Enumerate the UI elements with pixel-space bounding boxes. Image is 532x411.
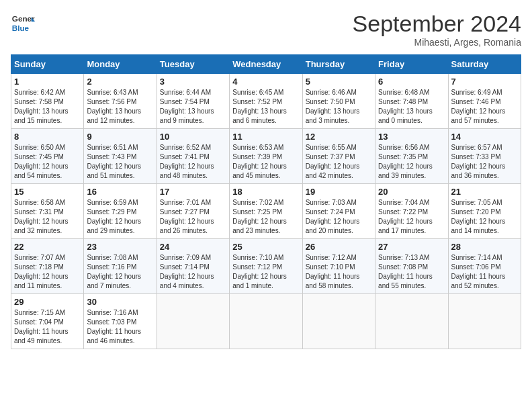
calendar-cell <box>448 294 521 349</box>
day-number: 8 <box>14 132 81 142</box>
day-number: 17 <box>160 187 226 197</box>
calendar-cell: 22Sunrise: 7:07 AM Sunset: 7:18 PM Dayli… <box>11 239 84 294</box>
calendar-cell: 20Sunrise: 7:04 AM Sunset: 7:22 PM Dayli… <box>375 184 448 239</box>
calendar-cell: 25Sunrise: 7:10 AM Sunset: 7:12 PM Dayli… <box>230 239 302 294</box>
day-info: Sunrise: 7:10 AM Sunset: 7:12 PM Dayligh… <box>232 253 299 291</box>
calendar-cell: 12Sunrise: 6:55 AM Sunset: 7:37 PM Dayli… <box>302 129 375 184</box>
day-info: Sunrise: 7:09 AM Sunset: 7:14 PM Dayligh… <box>160 253 226 291</box>
title-block: September 2024 Mihaesti, Arges, Romania <box>353 11 521 48</box>
calendar-cell: 16Sunrise: 6:59 AM Sunset: 7:29 PM Dayli… <box>84 184 157 239</box>
day-number: 18 <box>232 187 299 197</box>
day-number: 3 <box>160 77 226 87</box>
location: Mihaesti, Arges, Romania <box>353 37 521 48</box>
day-number: 12 <box>306 132 372 142</box>
svg-text:Blue: Blue <box>12 24 30 32</box>
day-info: Sunrise: 6:58 AM Sunset: 7:31 PM Dayligh… <box>14 198 81 236</box>
day-info: Sunrise: 6:53 AM Sunset: 7:39 PM Dayligh… <box>232 143 299 181</box>
day-info: Sunrise: 6:52 AM Sunset: 7:41 PM Dayligh… <box>160 143 226 181</box>
day-info: Sunrise: 7:13 AM Sunset: 7:08 PM Dayligh… <box>378 253 445 291</box>
calendar-cell: 30Sunrise: 7:16 AM Sunset: 7:03 PM Dayli… <box>84 294 157 349</box>
day-number: 13 <box>378 132 445 142</box>
day-number: 27 <box>378 242 445 252</box>
calendar-cell: 27Sunrise: 7:13 AM Sunset: 7:08 PM Dayli… <box>375 239 448 294</box>
calendar-cell: 5Sunrise: 6:46 AM Sunset: 7:50 PM Daylig… <box>302 74 375 129</box>
day-number: 4 <box>232 77 299 87</box>
day-number: 29 <box>14 297 81 307</box>
calendar-table: SundayMondayTuesdayWednesdayThursdayFrid… <box>11 54 521 349</box>
calendar-cell <box>375 294 448 349</box>
day-info: Sunrise: 6:42 AM Sunset: 7:58 PM Dayligh… <box>14 88 81 126</box>
day-number: 26 <box>306 242 372 252</box>
logo: General Blue <box>11 11 35 35</box>
calendar-cell: 21Sunrise: 7:05 AM Sunset: 7:20 PM Dayli… <box>448 184 521 239</box>
day-info: Sunrise: 6:57 AM Sunset: 7:33 PM Dayligh… <box>451 143 518 181</box>
day-info: Sunrise: 6:45 AM Sunset: 7:52 PM Dayligh… <box>232 88 299 126</box>
day-number: 30 <box>87 297 153 307</box>
calendar-cell: 1Sunrise: 6:42 AM Sunset: 7:58 PM Daylig… <box>11 74 84 129</box>
calendar-header-sunday: Sunday <box>11 55 84 74</box>
day-info: Sunrise: 7:08 AM Sunset: 7:16 PM Dayligh… <box>87 253 153 291</box>
day-info: Sunrise: 6:44 AM Sunset: 7:54 PM Dayligh… <box>160 88 226 126</box>
calendar-cell: 9Sunrise: 6:51 AM Sunset: 7:43 PM Daylig… <box>84 129 157 184</box>
calendar-cell: 17Sunrise: 7:01 AM Sunset: 7:27 PM Dayli… <box>157 184 229 239</box>
day-info: Sunrise: 7:15 AM Sunset: 7:04 PM Dayligh… <box>14 308 81 346</box>
calendar-header-saturday: Saturday <box>448 55 521 74</box>
day-info: Sunrise: 6:56 AM Sunset: 7:35 PM Dayligh… <box>378 143 445 181</box>
calendar-cell: 23Sunrise: 7:08 AM Sunset: 7:16 PM Dayli… <box>84 239 157 294</box>
day-info: Sunrise: 6:48 AM Sunset: 7:48 PM Dayligh… <box>378 88 445 126</box>
day-number: 9 <box>87 132 153 142</box>
calendar-cell: 8Sunrise: 6:50 AM Sunset: 7:45 PM Daylig… <box>11 129 84 184</box>
day-number: 11 <box>232 132 299 142</box>
calendar-cell: 13Sunrise: 6:56 AM Sunset: 7:35 PM Dayli… <box>375 129 448 184</box>
calendar-header-tuesday: Tuesday <box>157 55 229 74</box>
calendar-cell: 19Sunrise: 7:03 AM Sunset: 7:24 PM Dayli… <box>302 184 375 239</box>
day-number: 2 <box>87 77 153 87</box>
day-number: 7 <box>451 77 518 87</box>
day-number: 21 <box>451 187 518 197</box>
day-number: 5 <box>306 77 372 87</box>
calendar-header-wednesday: Wednesday <box>230 55 302 74</box>
calendar-header-row: SundayMondayTuesdayWednesdayThursdayFrid… <box>11 55 521 74</box>
logo-icon: General Blue <box>11 11 35 35</box>
calendar-cell: 2Sunrise: 6:43 AM Sunset: 7:56 PM Daylig… <box>84 74 157 129</box>
calendar-cell: 15Sunrise: 6:58 AM Sunset: 7:31 PM Dayli… <box>11 184 84 239</box>
calendar-cell: 24Sunrise: 7:09 AM Sunset: 7:14 PM Dayli… <box>157 239 229 294</box>
calendar-cell <box>230 294 302 349</box>
calendar-week-4: 22Sunrise: 7:07 AM Sunset: 7:18 PM Dayli… <box>11 239 521 294</box>
day-info: Sunrise: 6:46 AM Sunset: 7:50 PM Dayligh… <box>306 88 372 126</box>
calendar-header-monday: Monday <box>84 55 157 74</box>
calendar-cell: 3Sunrise: 6:44 AM Sunset: 7:54 PM Daylig… <box>157 74 229 129</box>
day-number: 24 <box>160 242 226 252</box>
day-info: Sunrise: 6:50 AM Sunset: 7:45 PM Dayligh… <box>14 143 81 181</box>
calendar-cell <box>302 294 375 349</box>
day-info: Sunrise: 7:14 AM Sunset: 7:06 PM Dayligh… <box>451 253 518 291</box>
calendar-cell: 14Sunrise: 6:57 AM Sunset: 7:33 PM Dayli… <box>448 129 521 184</box>
day-number: 14 <box>451 132 518 142</box>
day-info: Sunrise: 7:02 AM Sunset: 7:25 PM Dayligh… <box>232 198 299 236</box>
day-info: Sunrise: 6:49 AM Sunset: 7:46 PM Dayligh… <box>451 88 518 126</box>
day-number: 15 <box>14 187 81 197</box>
day-info: Sunrise: 7:01 AM Sunset: 7:27 PM Dayligh… <box>160 198 226 236</box>
day-number: 1 <box>14 77 81 87</box>
calendar-cell: 6Sunrise: 6:48 AM Sunset: 7:48 PM Daylig… <box>375 74 448 129</box>
calendar-cell: 28Sunrise: 7:14 AM Sunset: 7:06 PM Dayli… <box>448 239 521 294</box>
calendar-cell: 26Sunrise: 7:12 AM Sunset: 7:10 PM Dayli… <box>302 239 375 294</box>
calendar-cell: 11Sunrise: 6:53 AM Sunset: 7:39 PM Dayli… <box>230 129 302 184</box>
calendar-cell: 7Sunrise: 6:49 AM Sunset: 7:46 PM Daylig… <box>448 74 521 129</box>
day-info: Sunrise: 7:07 AM Sunset: 7:18 PM Dayligh… <box>14 253 81 291</box>
calendar-week-3: 15Sunrise: 6:58 AM Sunset: 7:31 PM Dayli… <box>11 184 521 239</box>
calendar-header-friday: Friday <box>375 55 448 74</box>
day-number: 16 <box>87 187 153 197</box>
calendar-cell <box>157 294 229 349</box>
calendar-week-2: 8Sunrise: 6:50 AM Sunset: 7:45 PM Daylig… <box>11 129 521 184</box>
day-number: 6 <box>378 77 445 87</box>
day-number: 10 <box>160 132 226 142</box>
day-info: Sunrise: 6:43 AM Sunset: 7:56 PM Dayligh… <box>87 88 153 126</box>
calendar-cell: 18Sunrise: 7:02 AM Sunset: 7:25 PM Dayli… <box>230 184 302 239</box>
day-info: Sunrise: 7:05 AM Sunset: 7:20 PM Dayligh… <box>451 198 518 236</box>
day-info: Sunrise: 7:12 AM Sunset: 7:10 PM Dayligh… <box>306 253 372 291</box>
day-number: 20 <box>378 187 445 197</box>
day-number: 23 <box>87 242 153 252</box>
day-info: Sunrise: 7:03 AM Sunset: 7:24 PM Dayligh… <box>306 198 372 236</box>
day-info: Sunrise: 6:51 AM Sunset: 7:43 PM Dayligh… <box>87 143 153 181</box>
